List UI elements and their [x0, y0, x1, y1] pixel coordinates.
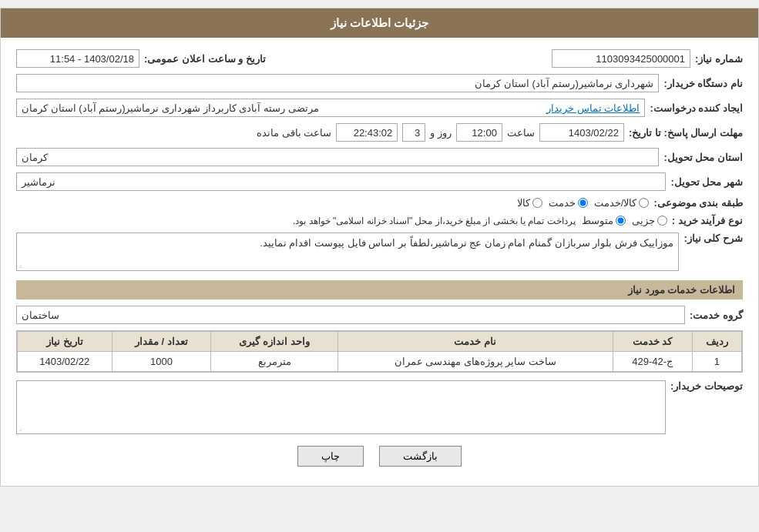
tousifat-box: ⌟ [16, 380, 666, 434]
khadamat-section-title: اطلاعات خدمات مورد نیاز [628, 284, 735, 296]
noeFarayand-group: جزیی متوسط پرداخت تمام یا بخشی از مبلغ خ… [16, 215, 667, 226]
radio-khadamat-input[interactable] [578, 198, 588, 208]
row-mohlat: مهلت ارسال پاسخ: تا تاریخ: 1403/02/22 سا… [16, 123, 743, 142]
td-vahedAndaze: مترمربع [211, 352, 338, 372]
radio-motavaset-input[interactable] [616, 216, 626, 226]
mohlat-date: 1403/02/22 [539, 123, 624, 142]
label-eijad: ایجاد کننده درخواست: [650, 102, 743, 114]
th-radif: ردیف [692, 332, 741, 352]
radio-kala-khadamat-label: کالا/خدمت [594, 197, 637, 209]
sharh-text: موزاییک فرش بلوار سربازان گمنام امام زما… [260, 237, 673, 249]
sharh-box: موزاییک فرش بلوار سربازان گمنام امام زما… [16, 233, 679, 271]
mohlat-mande-text: 22:43:02 [354, 127, 393, 139]
label-groupeKhadamat: گروه خدمت: [690, 309, 743, 321]
value-ostan: کرمان [16, 148, 659, 166]
value-eijad: اطلاعات تماس خریدار مرتضی رسته آبادی کار… [16, 99, 645, 117]
radio-kala-input[interactable] [532, 198, 542, 208]
page-header: جزئیات اطلاعات نیاز [1, 8, 758, 38]
label-shahr: شهر محل تحویل: [670, 176, 743, 188]
row-ostan: استان محل تحویل: کرمان [16, 148, 743, 166]
resize-icon: ⌟ [18, 260, 22, 269]
row-eijad: ایجاد کننده درخواست: اطلاعات تماس خریدار… [16, 99, 743, 117]
radio-khadamat[interactable]: خدمت [549, 197, 588, 209]
mohlat-rooz-text: 3 [415, 127, 420, 139]
th-namKhadamat: نام خدمت [338, 332, 613, 352]
mohlat-rooz: 3 [402, 123, 425, 142]
ettelaat-link[interactable]: اطلاعات تماس خریدار [546, 102, 640, 114]
td-tedad: 1000 [112, 352, 211, 372]
services-table-wrapper: ردیف کد خدمت نام خدمت واحد اندازه گیری ت… [16, 330, 743, 373]
eijad-text: مرتضی رسته آبادی کاربرداز شهرداری نرماشی… [22, 102, 319, 114]
label-shomareNiaz: شماره نیاز: [695, 53, 743, 65]
services-table: ردیف کد خدمت نام خدمت واحد اندازه گیری ت… [17, 331, 742, 372]
page-wrapper: جزئیات اطلاعات نیاز شماره نیاز: 11030934… [0, 8, 759, 487]
tarikh-text: 1403/02/18 - 11:54 [50, 53, 134, 65]
radio-kala[interactable]: کالا [517, 197, 542, 209]
shahr-text: نرماشیر [22, 176, 55, 188]
radio-khadamat-label: خدمت [549, 197, 576, 209]
buttons-row: بازگشت چاپ [16, 446, 743, 467]
radio-jozyi-input[interactable] [657, 216, 667, 226]
th-kodKhadamat: کد خدمت [613, 332, 692, 352]
row-shahr: شهر محل تحویل: نرماشیر [16, 172, 743, 191]
label-noeFarayand: نوع فرآیند خرید : [672, 215, 743, 226]
td-kodKhadamat: ج-42-429 [613, 352, 692, 372]
radio-motavaset[interactable]: متوسط [582, 215, 626, 226]
radio-kala-khadamat-input[interactable] [639, 198, 649, 208]
mohlat-saat: 12:00 [456, 123, 502, 142]
label-namDastgah: نام دستگاه خریدار: [663, 78, 743, 89]
radio-jozyi-label: جزیی [632, 215, 655, 226]
print-button[interactable]: چاپ [297, 446, 364, 467]
table-row: 1ج-42-429ساخت سایر پروژه‌های مهندسی عمرا… [18, 352, 742, 372]
row-tabaqeh: طبقه بندی موضوعی: کالا/خدمت خدمت کالا [16, 197, 743, 209]
label-mohlat: مهلت ارسال پاسخ: تا تاریخ: [629, 127, 743, 139]
radio-kala-label: کالا [517, 197, 530, 209]
row-groupeKhadamat: گروه خدمت: ساختمان [16, 306, 743, 324]
radio-jozyi[interactable]: جزیی [632, 215, 667, 226]
shomareNiaz-text: 1103093425000001 [596, 53, 685, 65]
row-sharh: شرح کلی نیاز: موزاییک فرش بلوار سربازان … [16, 233, 743, 271]
content-area: شماره نیاز: 1103093425000001 تاریخ و ساع… [1, 38, 758, 486]
td-radif: 1 [692, 352, 741, 372]
tousifat-resize-icon: ⌟ [18, 423, 22, 432]
label-saatbaqimande: ساعت باقی مانده [257, 127, 331, 139]
row-tousifat: توصیحات خریدار: ⌟ [16, 380, 743, 434]
th-tedad: تعداد / مقدار [112, 332, 211, 352]
value-shahr: نرماشیر [16, 172, 666, 191]
namDastgah-text: شهرداری نرماشیر(رستم آباد) استان کرمان [475, 78, 653, 89]
th-tarikhe: تاریخ نیاز [18, 332, 113, 352]
tabaqeh-radio-group: کالا/خدمت خدمت کالا [517, 197, 650, 209]
back-button[interactable]: بازگشت [379, 446, 462, 467]
label-ostan: استان محل تحویل: [663, 152, 743, 163]
page-title: جزئیات اطلاعات نیاز [331, 16, 428, 29]
label-sharh: شرح کلی نیاز: [683, 233, 743, 244]
radio-kala-khadamat[interactable]: کالا/خدمت [594, 197, 650, 209]
noeFarayand-note: پرداخت تمام یا بخشی از مبلغ خرید،از محل … [293, 216, 576, 226]
row-shomareNiaz: شماره نیاز: 1103093425000001 تاریخ و ساع… [16, 49, 743, 68]
value-groupeKhadamat: ساختمان [16, 306, 685, 324]
mohlat-date-text: 1403/02/22 [569, 127, 619, 139]
value-shomareNiaz: 1103093425000001 [552, 49, 690, 68]
label-saat: ساعت [507, 127, 535, 139]
mohlat-saat-text: 12:00 [472, 127, 497, 139]
radio-motavaset-label: متوسط [582, 215, 613, 226]
khadamat-section-header: اطلاعات خدمات مورد نیاز [16, 280, 743, 299]
label-tousifat: توصیحات خریدار: [670, 380, 743, 392]
label-tarikh: تاریخ و ساعت اعلان عمومی: [144, 53, 266, 65]
td-namKhadamat: ساخت سایر پروژه‌های مهندسی عمران [338, 352, 613, 372]
th-vahedAndaze: واحد اندازه گیری [211, 332, 338, 352]
value-namDastgah: شهرداری نرماشیر(رستم آباد) استان کرمان [16, 74, 659, 92]
groupeKhadamat-text: ساختمان [22, 309, 59, 321]
label-rooz: روز و [430, 127, 452, 139]
value-tarikh: 1403/02/18 - 11:54 [16, 49, 139, 68]
td-tarikhe: 1403/02/22 [18, 352, 113, 372]
row-noeFarayand: نوع فرآیند خرید : جزیی متوسط پرداخت تمام… [16, 215, 743, 226]
row-namDastgah: نام دستگاه خریدار: شهرداری نرماشیر(رستم … [16, 74, 743, 92]
label-tabaqeh: طبقه بندی موضوعی: [653, 197, 743, 209]
ostan-text: کرمان [22, 152, 48, 163]
mohlat-mande: 22:43:02 [336, 123, 398, 142]
